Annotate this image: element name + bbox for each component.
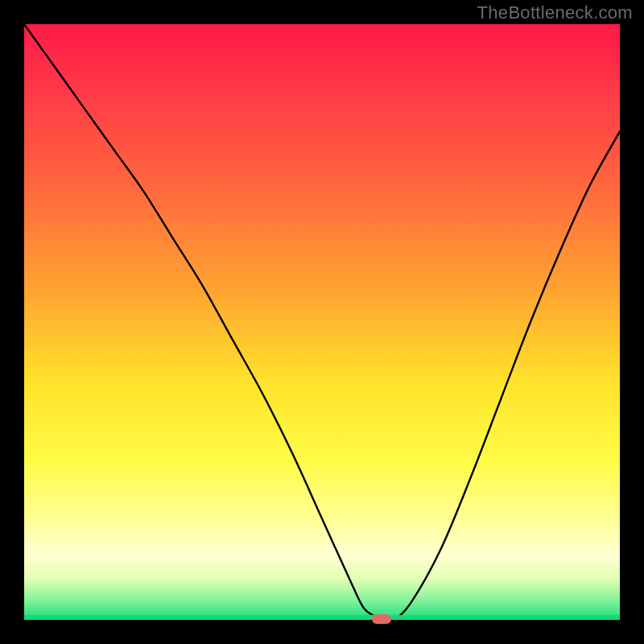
chart-frame: TheBottleneck.com: [0, 0, 644, 644]
vertex-marker: [372, 614, 391, 624]
watermark-text: TheBottleneck.com: [477, 2, 633, 23]
chart-svg: [0, 0, 644, 644]
axis-band: [24, 615, 620, 620]
